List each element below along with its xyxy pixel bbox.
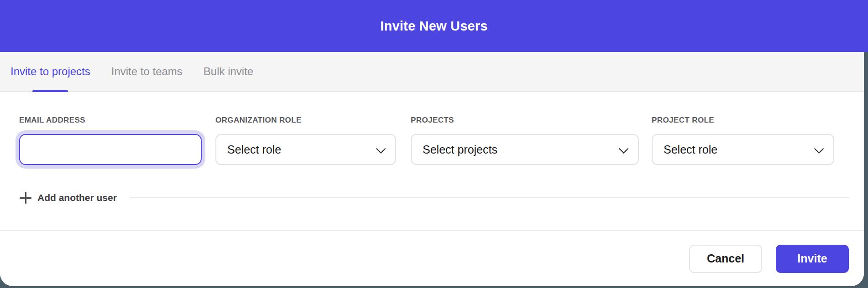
project-role-label: PROJECT ROLE [652,116,834,125]
modal-title: Invite New Users [380,19,487,34]
chevron-down-icon [619,144,628,153]
modal-footer: Cancel Invite [0,230,864,286]
project-role-value: Select role [664,143,717,156]
organization-role-column: ORGANIZATION ROLE Select role [215,116,396,165]
project-role-column: PROJECT ROLE Select role [652,116,834,165]
tab-label: Invite to teams [111,65,183,78]
add-another-user-label: Add another user [37,192,117,203]
add-another-user-button[interactable]: Add another user [19,191,117,204]
project-role-select[interactable]: Select role [652,134,834,165]
organization-role-select[interactable]: Select role [215,134,396,165]
projects-column: PROJECTS Select projects [411,116,639,165]
modal-header: Invite New Users [0,0,868,52]
email-address-input[interactable] [19,134,202,165]
tab-invite-to-projects[interactable]: Invite to projects [10,52,90,91]
invite-form: EMAIL ADDRESS ORGANIZATION ROLE Select r… [0,92,864,230]
email-column: EMAIL ADDRESS [19,116,202,165]
user-invite-row: EMAIL ADDRESS ORGANIZATION ROLE Select r… [19,116,864,165]
tab-label: Bulk invite [204,65,253,78]
email-address-label: EMAIL ADDRESS [19,116,202,125]
chevron-down-icon [376,144,386,153]
chevron-down-icon [814,144,824,153]
tab-invite-to-teams[interactable]: Invite to teams [111,52,183,91]
add-user-row: Add another user [19,191,864,204]
cancel-button[interactable]: Cancel [689,245,762,273]
row-divider [130,197,849,198]
projects-select[interactable]: Select projects [411,134,639,165]
organization-role-label: ORGANIZATION ROLE [215,116,396,125]
tab-label: Invite to projects [10,65,90,78]
projects-value: Select projects [423,143,497,156]
plus-icon [19,191,32,204]
projects-label: PROJECTS [411,116,639,125]
tab-bar: Invite to projects Invite to teams Bulk … [0,52,864,92]
invite-button[interactable]: Invite [776,245,849,273]
tab-bulk-invite[interactable]: Bulk invite [204,52,253,91]
invite-users-screen: Invite New Users Invite to projects Invi… [0,0,868,288]
organization-role-value: Select role [227,143,281,156]
